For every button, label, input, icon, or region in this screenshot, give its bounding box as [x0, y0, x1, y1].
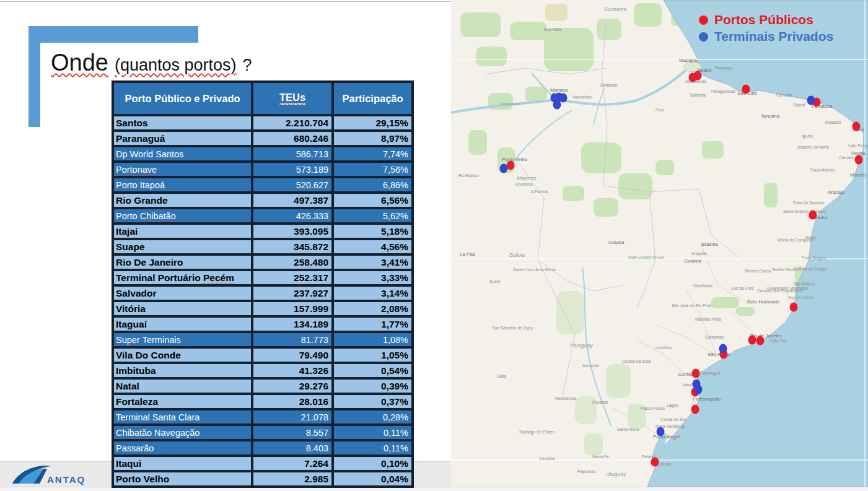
- table-row[interactable]: Santos2.210.70429,15%: [113, 115, 413, 131]
- port-name-cell: Porto Chibatão: [113, 208, 252, 224]
- port-name-cell: Rio De Janeiro: [113, 254, 252, 270]
- brazil-map[interactable]: SurinameBoa VistaMacapáBelémBragançaAbae…: [451, 0, 868, 487]
- public-port-dot[interactable]: [809, 211, 817, 220]
- table-row[interactable]: Terminal Portuário Pecém252.3173,33%: [113, 270, 413, 285]
- table-row[interactable]: Terminal Santa Clara21.0780,28%: [113, 409, 413, 425]
- private-terminal-dot[interactable]: [500, 164, 508, 173]
- port-name-cell: Terminal Santa Clara: [113, 409, 252, 425]
- table-row[interactable]: Salvador237.9273,14%: [113, 285, 413, 301]
- map-label: Tailândia: [690, 93, 706, 97]
- teus-cell: 520.627: [252, 177, 333, 193]
- title-decoration-bar-horizontal: [28, 26, 198, 43]
- port-name-cell: Paranaguá: [113, 131, 252, 146]
- table-row[interactable]: Natal29.2760,39%: [113, 378, 413, 394]
- map-label: Macapá: [679, 58, 697, 63]
- public-port-dot[interactable]: [742, 85, 750, 94]
- map-label: Paranaguá: [700, 371, 721, 376]
- map-label: Amazonas: [500, 102, 520, 106]
- table-row[interactable]: Dp World Santos586.7137,74%: [113, 146, 413, 162]
- header-teus: TEUs: [252, 82, 333, 115]
- map-label: João Pessoa: [848, 144, 868, 148]
- private-terminal-dot[interactable]: [807, 96, 815, 105]
- teus-cell: 497.387: [252, 193, 333, 208]
- table-row[interactable]: Itaqui7.2640,10%: [113, 456, 413, 471]
- map-label: Santarém: [600, 83, 618, 87]
- table-row[interactable]: Chibatão Navegação8.5570,11%: [113, 425, 413, 440]
- public-port-dot[interactable]: [748, 336, 756, 345]
- table-row[interactable]: Super Terminais81.7731,08%: [113, 332, 413, 347]
- port-name-cell: Natal: [113, 378, 252, 394]
- table-row[interactable]: Porto Velho2.9850,04%: [113, 471, 413, 487]
- share-cell: 8,97%: [333, 131, 413, 146]
- map-label: Caruaru: [839, 155, 854, 160]
- map-label: La Paz: [460, 251, 475, 257]
- share-cell: 3,14%: [333, 285, 413, 301]
- table-row[interactable]: Suape345.8724,56%: [113, 239, 413, 254]
- map-label: Paulo Afonso: [810, 168, 835, 172]
- table-row[interactable]: Fortaleza28.0160,37%: [113, 394, 413, 409]
- map-label: Paysandú: [577, 469, 596, 474]
- table-row[interactable]: Itajaí393.0955,18%: [113, 224, 413, 239]
- private-terminal-dot[interactable]: [719, 344, 727, 354]
- share-cell: 0,04%: [333, 471, 413, 487]
- table-row[interactable]: Itaguaí134.1891,77%: [113, 316, 413, 332]
- public-ports-dot-icon: [699, 15, 708, 25]
- page-title: Onde (quantos portos) ?: [51, 50, 252, 76]
- table-row[interactable]: Imbituba41.3260,54%: [113, 363, 413, 378]
- private-terminal-dot[interactable]: [553, 100, 561, 110]
- port-name-cell: Super Terminais: [113, 332, 252, 347]
- map-label: Santa Cruz de la Sierra: [513, 267, 556, 272]
- port-name-cell: Itaguaí: [113, 316, 252, 332]
- map-label: Passo Fundo: [641, 406, 665, 411]
- table-row[interactable]: Porto Chibatão426.3335,62%: [113, 208, 413, 224]
- map-label: São José do Rio Preto: [672, 303, 712, 308]
- table-row[interactable]: Vitória157.9992,08%: [113, 301, 413, 316]
- share-cell: 0,11%: [333, 440, 413, 456]
- public-port-dot[interactable]: [691, 405, 699, 414]
- teus-cell: 157.999: [252, 301, 333, 316]
- public-port-dot[interactable]: [756, 336, 765, 345]
- public-port-dot[interactable]: [790, 303, 798, 312]
- map-label: Paragominas: [711, 89, 736, 94]
- map-label: Juazeiro do Norte: [797, 145, 829, 149]
- map-label: Teófilo Otoni: [772, 267, 795, 272]
- teus-cell: 79.490: [252, 347, 333, 363]
- table-row[interactable]: Rio De Janeiro258.4803,41%: [113, 254, 413, 270]
- public-port-dot[interactable]: [855, 155, 863, 165]
- map-label: Iguatu: [802, 134, 813, 139]
- map-label: Córdoba: [539, 456, 555, 461]
- port-name-cell: Passarão: [113, 440, 252, 456]
- table-row[interactable]: Porto Itapoá520.6276,86%: [113, 177, 413, 193]
- public-port-dot[interactable]: [694, 71, 702, 80]
- map-label: Teresina: [761, 113, 780, 119]
- map-label: São Mateus: [793, 282, 815, 286]
- table-row[interactable]: Rio Grande497.3876,56%: [113, 193, 413, 208]
- teus-cell: 258.480: [252, 254, 333, 270]
- share-cell: 0,11%: [333, 425, 413, 440]
- private-terminal-dot[interactable]: [657, 427, 665, 437]
- map-label: San Salvador de Jujuy: [492, 326, 533, 331]
- title-sub: (quantos portos): [115, 56, 237, 75]
- public-port-dot[interactable]: [651, 458, 659, 467]
- header-participacao: Participação: [333, 82, 413, 115]
- logo-text: ANTAQ: [47, 474, 85, 485]
- map-label: Cabo Frio: [769, 339, 787, 343]
- port-name-cell: Santos: [113, 115, 252, 131]
- table-row[interactable]: Passarão8.4030,11%: [113, 440, 413, 456]
- share-cell: 1,08%: [333, 332, 413, 347]
- antaq-logo: ANTAQ: [9, 463, 114, 489]
- title-punctuation: ?: [243, 56, 252, 75]
- teus-cell: 8.403: [252, 440, 333, 456]
- public-port-dot[interactable]: [692, 369, 700, 378]
- map-label: Campos dos Goytacazes: [757, 289, 803, 293]
- map-label: Rondônia: [515, 182, 533, 186]
- table-row[interactable]: Portonave573.1897,56%: [113, 162, 413, 177]
- private-terminal-dot[interactable]: [559, 93, 568, 103]
- share-cell: 0,37%: [333, 394, 413, 409]
- public-port-dot[interactable]: [853, 122, 861, 131]
- table-row[interactable]: Vila Do Conde79.4901,05%: [113, 347, 413, 363]
- teus-cell: 426.333: [252, 208, 333, 224]
- private-terminal-dot[interactable]: [695, 385, 703, 394]
- map-label: Mato Grosso do Sul: [628, 255, 664, 259]
- table-row[interactable]: Paranaguá680.2468,97%: [113, 131, 413, 146]
